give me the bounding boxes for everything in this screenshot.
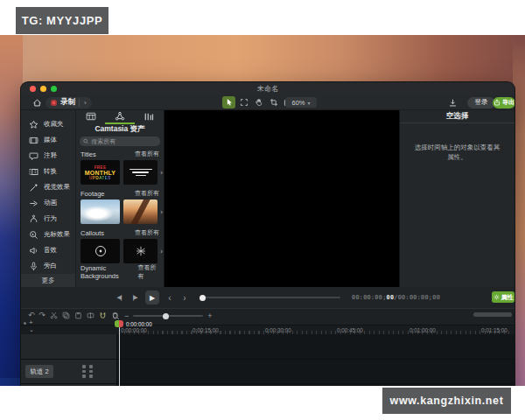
playhead-line[interactable]: [119, 327, 120, 386]
jump-previous-button[interactable]: ‹: [164, 291, 176, 304]
export-button[interactable]: 导出: [493, 97, 515, 108]
zoom-in-button[interactable]: +: [207, 312, 212, 320]
track-lock-toggles[interactable]: [82, 365, 86, 378]
website-watermark-badge: www.kangzhixin.net: [382, 388, 511, 414]
collapse-tracks-button[interactable]: ⌄: [29, 326, 34, 333]
pan-tool[interactable]: [252, 96, 265, 108]
scroll-right-chevron[interactable]: ›: [160, 238, 163, 264]
split-icon[interactable]: [87, 312, 94, 319]
sidebar-item-annotations[interactable]: 注释: [21, 148, 75, 164]
footage-asset-thumbnail-1[interactable]: [80, 200, 120, 224]
sidebar-item-transitions[interactable]: 转换: [21, 164, 75, 179]
next-frame-button[interactable]: |▶: [128, 291, 142, 304]
footage-asset-thumbnail-2[interactable]: [123, 200, 158, 224]
sidebar-item-media[interactable]: 媒体: [21, 132, 75, 148]
properties-toggle-button[interactable]: 属性: [492, 291, 514, 303]
sidebar-item-visual-effects[interactable]: 视觉效果: [21, 179, 75, 195]
section-header-footage: Footage 查看所有: [76, 188, 164, 199]
cursor-effects-icon: [29, 230, 38, 240]
timeline-toolbar: ↶ ↷ − +: [21, 308, 514, 325]
chevron-right-icon: ›: [183, 293, 186, 303]
view-all-link[interactable]: 查看所有: [135, 228, 159, 237]
star-icon: [29, 120, 38, 130]
view-all-link[interactable]: 查看所有: [135, 150, 159, 158]
timeline-ruler[interactable]: 0:00:00:00 0:00:15:00 0:00:30:00 0:00:45…: [21, 325, 514, 334]
section-header-dynamic-backgrounds: Dynamic Backgrounds 查看所有: [76, 267, 164, 277]
callout-asset-thumbnail-1[interactable]: [80, 239, 120, 263]
sidebar-item-cursor-effects[interactable]: 光标效果: [21, 227, 75, 242]
sidebar-item-audio-effects[interactable]: 音效: [21, 242, 75, 258]
scroll-right-chevron[interactable]: ›: [160, 199, 163, 225]
sidebar-more-button[interactable]: 更多: [21, 274, 75, 287]
add-track-button[interactable]: +: [29, 318, 33, 326]
home-button[interactable]: [31, 96, 43, 108]
record-options-chevron[interactable]: ›: [79, 99, 87, 107]
zoom-slider-handle[interactable]: [163, 313, 169, 319]
jump-next-button[interactable]: ›: [178, 291, 191, 304]
view-all-link[interactable]: 查看所有: [135, 189, 159, 198]
track-options-dot: [24, 322, 26, 325]
tab-media-bin[interactable]: [76, 110, 105, 124]
paste-icon[interactable]: [74, 312, 82, 319]
content-area: 收藏夹 媒体 注释 转换: [21, 110, 514, 287]
step-back-icon: ◀|: [116, 294, 121, 301]
cut-icon[interactable]: [50, 312, 58, 319]
search-input[interactable]: [91, 138, 157, 144]
annotation-icon: [29, 151, 38, 161]
track-header-2[interactable]: 轨道 2: [21, 359, 116, 383]
ruler-label: 0:01:15:00: [481, 327, 508, 333]
animation-icon: [29, 199, 38, 208]
track-header-1[interactable]: 轨道 1: [21, 383, 116, 386]
timeline-horizontal-scrollbar[interactable]: [473, 312, 512, 317]
redo-button[interactable]: ↷: [39, 312, 46, 319]
track-visibility-toggles[interactable]: [89, 365, 93, 378]
edit-selection-tool[interactable]: [237, 96, 250, 108]
scrubber-handle[interactable]: [200, 295, 206, 301]
cursor-icon: [225, 98, 234, 107]
home-icon: [32, 98, 42, 108]
ruler-label: 0:00:30:00: [265, 327, 291, 333]
sidebar-item-behaviors[interactable]: 行为: [21, 211, 75, 227]
copy-icon[interactable]: [62, 312, 70, 319]
canvas-preview[interactable]: [164, 110, 399, 287]
section-header-titles: Titles 查看所有: [76, 149, 164, 159]
view-all-link[interactable]: 查看所有: [138, 263, 159, 281]
snap-magnet-icon[interactable]: [99, 312, 107, 319]
speaker-icon: [29, 246, 38, 256]
playhead-time-label: 0:00:00:00: [126, 321, 152, 327]
track-lane-2[interactable]: [117, 359, 514, 383]
sidebar-item-animations[interactable]: 动画: [21, 195, 75, 211]
search-icon: [83, 138, 88, 144]
microphone-icon: [29, 262, 38, 271]
step-forward-icon: |▶: [132, 294, 136, 301]
main-toolbar: 录制 › 60%: [21, 94, 514, 110]
crop-tool[interactable]: [267, 96, 280, 108]
playhead-handle[interactable]: [115, 320, 123, 327]
play-button[interactable]: ▶: [145, 290, 159, 304]
chevron-left-icon: ‹: [168, 293, 171, 303]
download-button[interactable]: [446, 96, 458, 108]
canvas-zoom-select[interactable]: 60% ▾: [285, 97, 317, 108]
previous-frame-button[interactable]: ◀|: [112, 291, 126, 304]
sidebar-item-voice-narration[interactable]: 旁白: [21, 258, 75, 274]
timeline-zoom-slider[interactable]: [133, 315, 203, 317]
zoom-out-button[interactable]: −: [124, 312, 129, 320]
title-asset-thumbnail-2[interactable]: [123, 160, 158, 185]
record-button[interactable]: 录制 ›: [46, 97, 92, 108]
title-asset-thumbnail-1[interactable]: FREE MONTHLY UPDATES: [80, 160, 120, 185]
tab-camtasia-assets[interactable]: [105, 110, 134, 124]
sidebar-item-favorites[interactable]: 收藏夹: [21, 116, 75, 132]
app-window: 未命名 录制 ›: [20, 81, 515, 386]
crop-icon: [270, 98, 278, 107]
section-header-callouts: Callouts 查看所有: [76, 228, 164, 238]
track-lane-1[interactable]: [117, 383, 514, 386]
media-icon: [29, 136, 38, 145]
preview-scrubber[interactable]: [200, 297, 340, 298]
login-button[interactable]: 登录: [467, 97, 495, 108]
callout-asset-thumbnail-2[interactable]: [123, 239, 158, 263]
scroll-right-chevron[interactable]: ›: [160, 159, 163, 186]
select-tool[interactable]: [222, 96, 235, 108]
ruler-label: 0:00:00:00: [121, 327, 147, 333]
tab-library[interactable]: [135, 110, 164, 124]
asset-search-box[interactable]: [80, 136, 160, 146]
